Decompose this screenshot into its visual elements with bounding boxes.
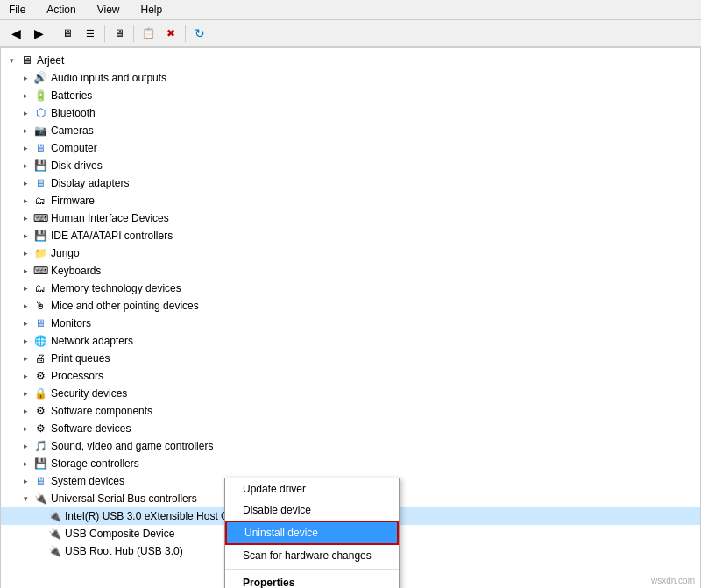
toggle-hid[interactable]: ▸ <box>18 210 32 226</box>
hid-label: Human Interface Devices <box>51 210 169 226</box>
mice-icon: 🖱 <box>32 299 48 313</box>
menu-help[interactable]: Help <box>136 2 168 18</box>
menu-view[interactable]: View <box>92 2 125 18</box>
print-label: Print queues <box>51 351 110 366</box>
main-panel: ▾ 🖥 Arjeet ▸ 🔊 Audio inputs and outputs … <box>0 47 701 588</box>
hid-icon: ⌨ <box>32 211 48 225</box>
ctx-properties[interactable]: Properties <box>225 572 399 588</box>
jungo-icon: 📁 <box>32 246 48 260</box>
computer-button[interactable]: 🖥 <box>57 23 78 44</box>
toggle-firmware[interactable]: ▸ <box>18 193 32 209</box>
toggle-jungo[interactable]: ▸ <box>18 245 32 261</box>
tree-item-security[interactable]: ▸ 🔒 Security devices <box>1 385 700 402</box>
tree-item-processors[interactable]: ▸ ⚙ Processors <box>1 367 700 385</box>
toggle-systemdevices[interactable]: ▸ <box>18 473 32 489</box>
tree-item-mice[interactable]: ▸ 🖱 Mice and other pointing devices <box>1 297 700 315</box>
tree-item-storage[interactable]: ▸ 💾 Storage controllers <box>1 455 700 472</box>
toggle-root[interactable]: ▾ <box>4 53 18 68</box>
usb-icon: 🔌 <box>32 492 48 506</box>
tree-item-softwarecomponents[interactable]: ▸ ⚙ Software components <box>1 402 700 420</box>
toggle-ide[interactable]: ▸ <box>18 228 32 244</box>
systemdevices-icon: 🖥 <box>32 474 48 488</box>
root-label: Arjeet <box>37 53 64 68</box>
toggle-keyboards[interactable]: ▸ <box>18 263 32 279</box>
toggle-mice[interactable]: ▸ <box>18 298 32 314</box>
tree-item-print[interactable]: ▸ 🖨 Print queues <box>1 350 700 367</box>
toggle-softwarecomponents[interactable]: ▸ <box>18 403 32 419</box>
toolbar: ◀ ▶ 🖥 ☰ 🖥 📋 ✖ ↻ <box>0 20 701 47</box>
context-menu: Update driver Disable device Uninstall d… <box>224 478 400 588</box>
processors-label: Processors <box>51 368 103 384</box>
network-label: Network adapters <box>51 333 133 349</box>
tree-item-network[interactable]: ▸ 🌐 Network adapters <box>1 332 700 350</box>
softwarecomponents-icon: ⚙ <box>32 404 48 418</box>
toggle-sound[interactable]: ▸ <box>18 438 32 454</box>
bluetooth-icon: ⬡ <box>32 106 48 120</box>
tree-item-displayadapters[interactable]: ▸ 🖥 Display adapters <box>1 174 700 192</box>
toggle-diskdrives[interactable]: ▸ <box>18 158 32 174</box>
toggle-softwaredevices[interactable]: ▸ <box>18 421 32 436</box>
processors-icon: ⚙ <box>32 369 48 383</box>
toggle-storage[interactable]: ▸ <box>18 456 32 471</box>
tree-item-memorytech[interactable]: ▸ 🗂 Memory technology devices <box>1 280 700 297</box>
intel-usb-icon: 🔌 <box>46 509 62 523</box>
ctx-uninstall-device[interactable]: Uninstall device <box>225 521 399 545</box>
diskdrives-icon: 💾 <box>32 159 48 173</box>
menu-action[interactable]: Action <box>41 2 81 18</box>
storage-label: Storage controllers <box>51 456 139 471</box>
toggle-print[interactable]: ▸ <box>18 351 32 366</box>
toggle-cameras[interactable]: ▸ <box>18 123 32 138</box>
add-button[interactable]: 📋 <box>138 23 159 44</box>
tree-item-hid[interactable]: ▸ ⌨ Human Interface Devices <box>1 209 700 227</box>
toggle-bluetooth[interactable]: ▸ <box>18 105 32 121</box>
remove-button[interactable]: ✖ <box>160 23 181 44</box>
toggle-processors[interactable]: ▸ <box>18 368 32 384</box>
tree-item-softwaredevices[interactable]: ▸ ⚙ Software devices <box>1 420 700 437</box>
tree-item-ide[interactable]: ▸ 💾 IDE ATA/ATAPI controllers <box>1 227 700 244</box>
tree-root[interactable]: ▾ 🖥 Arjeet <box>1 52 700 69</box>
memorytech-icon: 🗂 <box>32 281 48 295</box>
tree-item-sound[interactable]: ▸ 🎵 Sound, video and game controllers <box>1 437 700 455</box>
network-icon: 🌐 <box>32 334 48 348</box>
toggle-memorytech[interactable]: ▸ <box>18 280 32 296</box>
audio-icon: 🔊 <box>32 71 48 85</box>
sound-icon: 🎵 <box>32 439 48 453</box>
tree-item-diskdrives[interactable]: ▸ 💾 Disk drives <box>1 157 700 174</box>
toolbar-separator-3 <box>133 25 134 42</box>
toggle-network[interactable]: ▸ <box>18 333 32 349</box>
toggle-security[interactable]: ▸ <box>18 386 32 401</box>
usb-roothub-label: USB Root Hub (USB 3.0) <box>65 543 183 559</box>
tree-item-audio[interactable]: ▸ 🔊 Audio inputs and outputs <box>1 69 700 87</box>
jungo-label: Jungo <box>51 245 80 261</box>
refresh-button[interactable]: ↻ <box>189 23 210 44</box>
tree-item-batteries[interactable]: ▸ 🔋 Batteries <box>1 87 700 104</box>
tree-item-computer[interactable]: ▸ 🖥 Computer <box>1 139 700 157</box>
usb-composite-label: USB Composite Device <box>65 526 174 542</box>
back-button[interactable]: ◀ <box>5 23 26 44</box>
tree-item-bluetooth[interactable]: ▸ ⬡ Bluetooth <box>1 104 700 122</box>
ctx-separator <box>225 569 399 570</box>
tree-item-jungo[interactable]: ▸ 📁 Jungo <box>1 244 700 262</box>
toggle-monitors[interactable]: ▸ <box>18 315 32 331</box>
forward-button[interactable]: ▶ <box>28 23 49 44</box>
toggle-displayadapters[interactable]: ▸ <box>18 175 32 191</box>
ctx-update-driver[interactable]: Update driver <box>225 478 399 499</box>
ctx-scan-hardware[interactable]: Scan for hardware changes <box>225 545 399 566</box>
menu-file[interactable]: File <box>4 2 31 18</box>
batteries-icon: 🔋 <box>32 89 48 103</box>
watermark: wsxdn.com <box>651 576 695 585</box>
tree-item-monitors[interactable]: ▸ 🖥 Monitors <box>1 315 700 332</box>
ctx-disable-device[interactable]: Disable device <box>225 499 399 521</box>
toggle-computer[interactable]: ▸ <box>18 140 32 156</box>
showprop-button[interactable]: ☰ <box>80 23 101 44</box>
monitor-button[interactable]: 🖥 <box>109 23 130 44</box>
tree-item-keyboards[interactable]: ▸ ⌨ Keyboards <box>1 262 700 280</box>
toggle-audio[interactable]: ▸ <box>18 70 32 86</box>
toggle-batteries[interactable]: ▸ <box>18 88 32 103</box>
toolbar-separator-2 <box>104 25 105 42</box>
toggle-usb[interactable]: ▾ <box>18 491 32 507</box>
tree-item-firmware[interactable]: ▸ 🗂 Firmware <box>1 192 700 209</box>
softwaredevices-label: Software devices <box>51 421 131 436</box>
tree-item-cameras[interactable]: ▸ 📷 Cameras <box>1 122 700 139</box>
computer-tree-icon: 🖥 <box>32 141 48 155</box>
